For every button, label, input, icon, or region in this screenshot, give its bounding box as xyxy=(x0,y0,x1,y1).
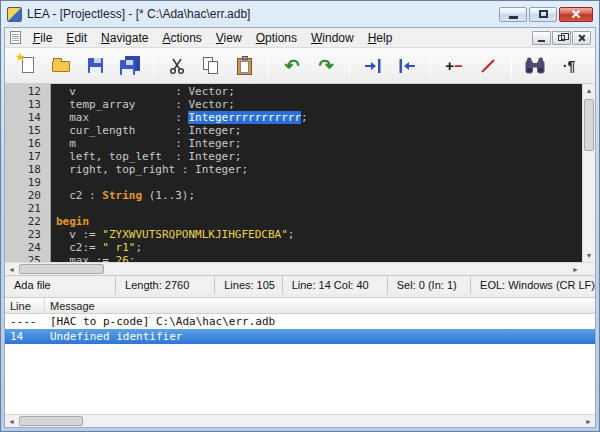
menu-bar: FileEditNavigateActionsViewOptionsWindow… xyxy=(5,28,595,48)
messages-scroll-left-button[interactable] xyxy=(5,415,18,427)
message-row[interactable]: 14Undefined identifier xyxy=(5,329,595,344)
menu-item-edit[interactable]: Edit xyxy=(59,29,94,47)
message-text-cell: [HAC to p-code] C:\Ada\hac\err.adb xyxy=(45,315,595,328)
status-field-3: Line: 14 Col: 40 xyxy=(283,276,388,294)
save-all-button[interactable] xyxy=(116,52,144,80)
editor-horizontal-scrollbar[interactable] xyxy=(5,263,582,275)
mdi-minimize-button[interactable] xyxy=(532,31,551,45)
save-icon xyxy=(85,56,107,76)
mdi-window-controls xyxy=(531,31,591,45)
vscroll-thumb[interactable] xyxy=(584,99,594,151)
line-number: 15 xyxy=(5,124,41,137)
copy-button[interactable] xyxy=(197,52,225,80)
open-file-button[interactable] xyxy=(48,52,76,80)
close-button[interactable] xyxy=(559,7,593,22)
editor[interactable]: 1213141516171819202122232425 v : Vector;… xyxy=(5,84,595,262)
code-line-17: left, top_left : Integer; xyxy=(56,150,582,163)
vscroll-track[interactable] xyxy=(583,97,595,249)
hscroll-track[interactable] xyxy=(18,263,569,275)
maximize-button[interactable] xyxy=(529,7,557,22)
code-line-22: begin xyxy=(56,215,582,228)
app-icon xyxy=(7,7,22,22)
message-line-cell: ---- xyxy=(5,315,45,328)
new-document-button[interactable]: ★ xyxy=(14,52,42,80)
scroll-left-button[interactable] xyxy=(5,263,18,275)
clipboard-icon xyxy=(234,56,256,76)
undo-arrow-icon: ↶ xyxy=(281,56,303,76)
messages-horizontal-scrollbar[interactable] xyxy=(5,414,595,427)
message-line-cell: 14 xyxy=(5,330,45,343)
toolbar-separator xyxy=(511,54,512,78)
window-title: LEA - [Projectless] - [* C:\Ada\hac\err.… xyxy=(27,7,497,21)
code-line-13: temp_array : Vector; xyxy=(56,98,582,111)
line-number: 13 xyxy=(5,98,41,111)
client-area: FileEditNavigateActionsViewOptionsWindow… xyxy=(4,27,596,428)
title-bar[interactable]: LEA - [Projectless] - [* C:\Ada\hac\err.… xyxy=(4,1,596,27)
line-number: 22 xyxy=(5,215,41,228)
document-system-icon[interactable] xyxy=(10,31,21,44)
message-row[interactable]: ----[HAC to p-code] C:\Ada\hac\err.adb xyxy=(5,314,595,329)
editor-vertical-scrollbar[interactable] xyxy=(582,84,595,262)
redo-arrow-icon: ↷ xyxy=(315,56,337,76)
paste-button[interactable] xyxy=(231,52,259,80)
menu-items: FileEditNavigateActionsViewOptionsWindow… xyxy=(26,29,531,47)
indent-icon xyxy=(362,56,384,76)
line-number: 25 xyxy=(5,254,41,262)
mdi-restore-button[interactable] xyxy=(552,31,571,45)
editor-code[interactable]: v : Vector; temp_array : Vector; max : I… xyxy=(51,84,582,262)
maximize-icon xyxy=(539,10,548,18)
messages-scroll-right-button[interactable] xyxy=(582,415,595,427)
scroll-right-button[interactable] xyxy=(569,263,582,275)
line-number: 21 xyxy=(5,202,41,215)
status-field-5: EOL: Windows (CR LF) xyxy=(471,276,595,294)
menu-item-help[interactable]: Help xyxy=(361,29,400,47)
mdi-minimize-icon xyxy=(538,40,545,42)
messages-hscroll-thumb[interactable] xyxy=(19,416,83,426)
indent-button[interactable] xyxy=(359,52,387,80)
menu-item-file[interactable]: File xyxy=(26,29,59,47)
binoculars-icon xyxy=(524,56,546,76)
scrollbar-corner xyxy=(582,263,595,275)
redo-button[interactable]: ↷ xyxy=(312,52,340,80)
editor-hscroll-row xyxy=(5,262,595,275)
menu-item-navigate[interactable]: Navigate xyxy=(94,29,155,47)
menu-item-window[interactable]: Window xyxy=(304,29,361,47)
hscroll-thumb[interactable] xyxy=(19,264,104,274)
menu-item-actions[interactable]: Actions xyxy=(155,29,208,47)
editor-gutter: 1213141516171819202122232425 xyxy=(5,84,51,262)
save-file-button[interactable] xyxy=(82,52,110,80)
menu-item-view[interactable]: View xyxy=(209,29,249,47)
menu-item-options[interactable]: Options xyxy=(249,29,304,47)
messages-list[interactable]: ----[HAC to p-code] C:\Ada\hac\err.adb14… xyxy=(5,314,595,414)
close-icon xyxy=(571,9,581,19)
scroll-up-button[interactable] xyxy=(583,84,595,97)
messages-column-message[interactable]: Message xyxy=(45,298,595,313)
line-number: 19 xyxy=(5,176,41,189)
undo-button[interactable]: ↶ xyxy=(278,52,306,80)
show-special-characters-button[interactable]: ·¶ xyxy=(555,52,583,80)
red-slash-icon xyxy=(477,56,499,76)
scroll-down-button[interactable] xyxy=(583,249,595,262)
code-line-16: m : Integer; xyxy=(56,137,582,150)
unindent-icon xyxy=(396,56,418,76)
find-button[interactable] xyxy=(521,52,549,80)
app-window: LEA - [Projectless] - [* C:\Ada\hac\err.… xyxy=(0,0,600,432)
messages-column-line[interactable]: Line xyxy=(5,298,45,313)
cut-button[interactable] xyxy=(163,52,191,80)
status-field-0: Ada file xyxy=(5,276,116,294)
mdi-close-icon xyxy=(578,34,586,42)
open-folder-icon xyxy=(51,56,73,76)
red-slash-button[interactable] xyxy=(474,52,502,80)
toolbar-separator xyxy=(430,54,431,78)
unindent-button[interactable] xyxy=(393,52,421,80)
plus-minus-button[interactable]: +− xyxy=(440,52,468,80)
minimize-icon xyxy=(509,16,518,19)
message-text-cell: Undefined identifier xyxy=(45,330,595,343)
line-number: 17 xyxy=(5,150,41,163)
minimize-button[interactable] xyxy=(499,7,527,22)
messages-hscroll-track[interactable] xyxy=(18,415,582,427)
code-line-20: c2 : String (1..3); xyxy=(56,189,582,202)
mdi-close-button[interactable] xyxy=(572,31,591,45)
save-all-icon xyxy=(119,56,141,76)
line-number: 12 xyxy=(5,85,41,98)
